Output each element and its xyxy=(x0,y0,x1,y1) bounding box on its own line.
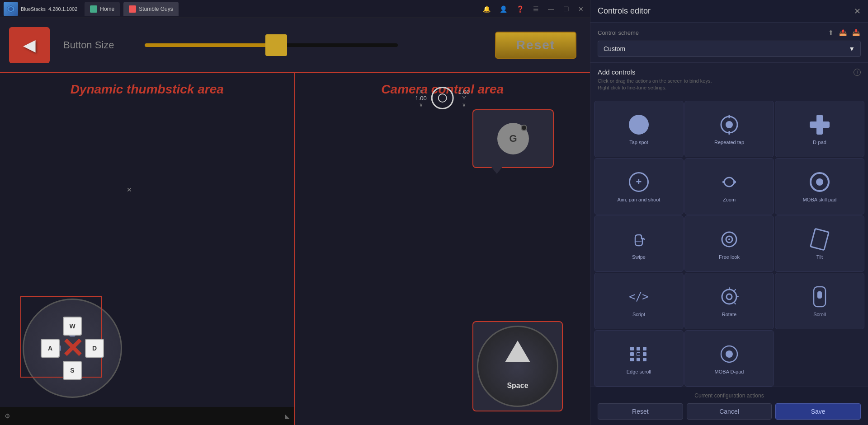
scheme-label: Control scheme ⬆ 📤 📥 xyxy=(598,28,861,37)
control-item-script[interactable]: </> Script xyxy=(594,273,684,329)
stumble-guys-tab-icon xyxy=(129,5,136,13)
tilt-label: Tilt xyxy=(816,254,823,260)
cancel-label: Cancel xyxy=(719,408,739,415)
help-btn[interactable]: ❓ xyxy=(514,5,527,14)
bluestacks-icon xyxy=(4,2,18,16)
game-area: Dynamic thumbstick area ✕ ✕ W A S D xyxy=(0,72,590,425)
control-item-moba-skill-pad[interactable]: MOBA skill pad xyxy=(775,158,864,215)
button-size-label: Button Size xyxy=(63,39,136,51)
editor-close-button[interactable]: ✕ xyxy=(854,6,861,16)
resize-icon[interactable]: ◣ xyxy=(285,412,290,420)
scheme-label-text: Control scheme xyxy=(598,29,639,36)
svg-point-11 xyxy=(728,238,730,240)
svg-point-12 xyxy=(722,290,736,304)
cancel-button[interactable]: Cancel xyxy=(687,403,772,420)
key-a[interactable]: A xyxy=(41,339,60,358)
maximize-btn[interactable]: ☐ xyxy=(561,5,572,14)
y-coord-box: 1.00 Y ∨ xyxy=(458,89,470,108)
control-item-dpad[interactable]: D-pad xyxy=(775,101,864,157)
scheme-import-btn[interactable]: 📥 xyxy=(851,28,861,37)
reset-action-button[interactable]: Reset xyxy=(598,403,683,420)
zoom-label: Zoom xyxy=(723,196,736,203)
tilt-icon xyxy=(809,229,830,250)
control-item-edge-scroll[interactable]: Edge scroll xyxy=(594,330,684,387)
add-controls-title: Add controls xyxy=(598,68,635,76)
crosshair-container[interactable]: X 1.00 ∨ 1.00 Y ∨ xyxy=(415,87,470,109)
info-icon[interactable]: i xyxy=(854,69,861,76)
editor-title: Controls editor xyxy=(598,6,651,16)
swipe-icon xyxy=(628,229,650,250)
aim-pan-shoot-label: Aim, pan and shoot xyxy=(618,196,660,203)
crosshair-icon[interactable] xyxy=(431,87,454,109)
tap-spot-icon xyxy=(628,114,650,135)
main-game-area: BlueStacks 4.280.1.1002 Home Stumble Guy… xyxy=(0,0,590,425)
save-label: Save xyxy=(811,408,826,415)
control-item-rotate[interactable]: Rotate xyxy=(684,273,774,329)
control-item-tap-spot[interactable]: Tap spot xyxy=(594,101,684,157)
delete-marker[interactable]: ✕ xyxy=(127,186,132,193)
add-controls-section: Add controls i Click or drag the actions… xyxy=(590,63,868,101)
svg-point-17 xyxy=(726,350,733,358)
controls-editor-panel: Controls editor ✕ Control scheme ⬆ 📤 📥 C… xyxy=(590,0,868,425)
crosshair-inner xyxy=(438,93,447,103)
control-item-aim-pan-shoot[interactable]: Aim, pan and shoot xyxy=(594,158,684,215)
space-label: Space xyxy=(507,382,528,390)
bluestacks-logo: BlueStacks 4.280.1.1002 xyxy=(4,2,77,16)
home-tab-icon xyxy=(90,5,97,13)
scheme-dropdown-value: Custom xyxy=(604,45,625,52)
space-triangle-icon xyxy=(505,341,530,362)
scroll-label: Scroll xyxy=(813,311,826,318)
space-outer-circle: Space xyxy=(477,326,558,407)
stumble-guys-tab[interactable]: Stumble Guys xyxy=(123,2,178,16)
home-tab-label: Home xyxy=(100,6,114,12)
button-size-slider[interactable] xyxy=(145,41,398,50)
edge-scroll-label: Edge scroll xyxy=(627,369,651,375)
control-item-scroll[interactable]: Scroll xyxy=(775,273,864,329)
control-item-swipe[interactable]: Swipe xyxy=(594,215,684,272)
controls-grid: Tap spot Repeated tap D-pa xyxy=(590,101,868,387)
close-btn[interactable]: ✕ xyxy=(576,5,586,14)
menu-btn[interactable]: ☰ xyxy=(530,5,542,14)
dpad-outer-circle: ✕ W A S D xyxy=(23,299,122,398)
home-tab[interactable]: Home xyxy=(85,2,120,16)
save-button[interactable]: Save xyxy=(775,403,861,420)
control-item-moba-dpad[interactable]: MOBA D-pad xyxy=(684,330,774,387)
action-buttons: Reset Cancel Save xyxy=(598,403,861,420)
reset-button[interactable]: Reset xyxy=(495,32,576,59)
back-button[interactable]: ◀ xyxy=(9,27,50,63)
svg-point-13 xyxy=(726,294,732,299)
dpad-container[interactable]: ✕ W A S D xyxy=(23,299,122,398)
key-d[interactable]: D xyxy=(85,339,104,358)
moba-skill-pad-label: MOBA skill pad xyxy=(803,196,837,203)
editor-actions: Current configuration actions Reset Canc… xyxy=(590,387,868,425)
scheme-dropdown[interactable]: Custom ▼ xyxy=(598,41,861,57)
control-item-tilt[interactable]: Tilt xyxy=(775,215,864,272)
g-button[interactable]: G xyxy=(497,123,529,154)
g-button-container[interactable]: G xyxy=(472,109,554,168)
add-controls-desc: Click or drag the actions on the screen … xyxy=(598,78,861,92)
scheme-upload-btn[interactable]: ⬆ xyxy=(827,28,835,37)
bluestacks-version: 4.280.1.1002 xyxy=(48,6,77,12)
control-item-repeated-tap[interactable]: Repeated tap xyxy=(684,101,774,157)
minimize-btn[interactable]: — xyxy=(545,5,557,14)
space-container[interactable]: Space xyxy=(472,321,563,411)
svg-point-6 xyxy=(722,181,725,183)
scheme-icon-buttons: ⬆ 📤 📥 xyxy=(827,28,861,37)
control-item-free-look[interactable]: Free look xyxy=(684,215,774,272)
control-scheme-section: Control scheme ⬆ 📤 📥 Custom ▼ xyxy=(590,23,868,63)
rotate-label: Rotate xyxy=(722,311,736,318)
scheme-export-btn[interactable]: 📤 xyxy=(838,28,848,37)
dpad-icon xyxy=(809,114,830,135)
account-btn[interactable]: 👤 xyxy=(497,5,510,14)
control-item-zoom[interactable]: Zoom xyxy=(684,158,774,215)
slider-thumb[interactable] xyxy=(265,34,287,56)
add-controls-header: Add controls i xyxy=(598,68,861,76)
dynamic-thumbstick-area: Dynamic thumbstick area ✕ ✕ W A S D xyxy=(0,73,295,425)
reset-button-label: Reset xyxy=(516,38,555,52)
dpad-label: D-pad xyxy=(813,139,826,145)
bluestacks-name: BlueStacks xyxy=(21,6,46,12)
bottom-bar-left: ⚙ ◣ xyxy=(0,407,294,425)
notification-btn[interactable]: 🔔 xyxy=(480,5,493,14)
back-arrow-icon: ◀ xyxy=(23,36,36,55)
settings-icon[interactable]: ⚙ xyxy=(5,412,10,420)
